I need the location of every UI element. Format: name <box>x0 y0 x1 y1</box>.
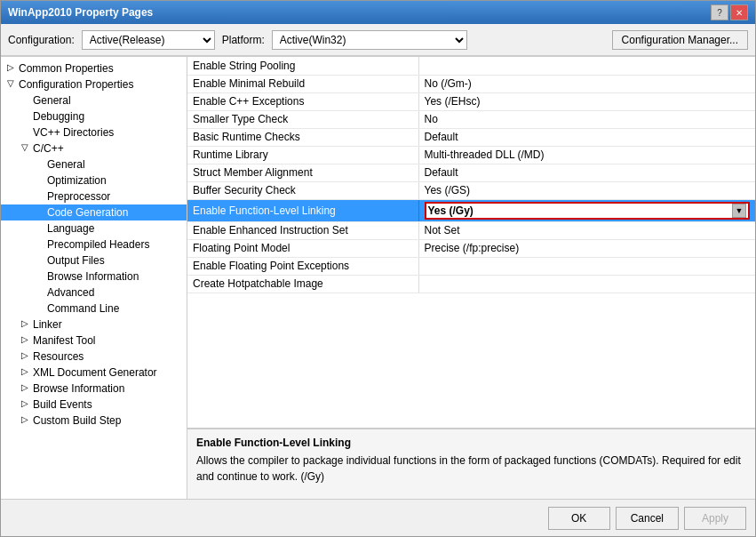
dropdown-value: Yes (/Gy) <box>428 204 473 217</box>
tree-item[interactable]: ▷Manifest Tool <box>1 333 187 349</box>
prop-name: Struct Member Alignment <box>187 164 418 181</box>
tree-item[interactable]: Output Files <box>1 252 187 268</box>
table-row[interactable]: Enable Floating Point Exceptions <box>187 257 755 275</box>
tree-expander-icon <box>33 302 45 315</box>
tree-expander-icon <box>33 254 45 267</box>
table-row[interactable]: Basic Runtime ChecksDefault <box>187 128 755 146</box>
apply-button[interactable]: Apply <box>684 507 746 530</box>
cancel-button[interactable]: Cancel <box>616 507 679 530</box>
tree-item-label: Optimization <box>47 174 107 187</box>
tree-expander-icon <box>33 158 45 171</box>
prop-value: Yes (/GS) <box>418 181 755 199</box>
main-content: ▷Common Properties▽Configuration Propert… <box>1 56 755 499</box>
tree-expander-icon: ▽ <box>19 142 31 155</box>
tree-expander-icon: ▷ <box>19 414 31 427</box>
tree-item-label: Browse Information <box>33 382 124 395</box>
close-button[interactable]: ✕ <box>730 4 748 20</box>
prop-value[interactable]: Yes (/Gy)▼ <box>418 199 755 221</box>
ok-button[interactable]: OK <box>548 507 610 530</box>
tree-item-label: Output Files <box>47 254 105 267</box>
prop-name: Create Hotpatchable Image <box>187 275 418 293</box>
help-button[interactable]: ? <box>711 4 728 20</box>
tree-item[interactable]: General <box>1 92 187 108</box>
tree-item[interactable]: ▷Resources <box>1 349 187 365</box>
tree-expander-icon: ▷ <box>19 318 31 331</box>
tree-expander-icon <box>33 222 45 235</box>
tree-item[interactable]: Advanced <box>1 285 187 301</box>
tree-item[interactable]: ▷Linker <box>1 317 187 333</box>
table-row[interactable]: Enable C++ ExceptionsYes (/EHsc) <box>187 92 755 110</box>
tree-item-label: General <box>47 158 85 171</box>
tree-panel: ▷Common Properties▽Configuration Propert… <box>1 57 187 499</box>
tree-expander-icon: ▷ <box>19 334 31 347</box>
prop-value: Yes (/EHsc) <box>418 92 755 110</box>
tree-item-label: Configuration Properties <box>19 78 133 91</box>
table-row[interactable]: Enable Minimal RebuildNo (/Gm-) <box>187 75 755 92</box>
table-row[interactable]: Smaller Type CheckNo <box>187 110 755 128</box>
table-row[interactable]: Enable Enhanced Instruction SetNot Set <box>187 221 755 239</box>
value-dropdown-wrapper[interactable]: Yes (/Gy)▼ <box>425 202 751 220</box>
tree-item[interactable]: ▷Build Events <box>1 397 187 413</box>
prop-name: Buffer Security Check <box>187 181 418 199</box>
tree-item[interactable]: Code Generation <box>1 204 187 220</box>
config-label: Configuration: <box>8 34 75 46</box>
tree-expander-icon: ▷ <box>19 398 31 411</box>
prop-value: Default <box>418 164 755 181</box>
tree-item[interactable]: VC++ Directories <box>1 124 187 140</box>
tree-item[interactable]: ▷XML Document Generator <box>1 365 187 381</box>
tree-expander-icon: ▷ <box>4 62 17 75</box>
prop-name: Enable Minimal Rebuild <box>187 75 418 92</box>
prop-name: Enable String Pooling <box>187 57 418 75</box>
tree-item[interactable]: Command Line <box>1 301 187 317</box>
tree-item[interactable]: Language <box>1 220 187 236</box>
prop-name: Enable C++ Exceptions <box>187 92 418 110</box>
prop-value: Not Set <box>418 221 755 239</box>
table-row[interactable]: Enable Function-Level LinkingYes (/Gy)▼ <box>187 199 755 221</box>
toolbar: Configuration: Active(Release) Platform:… <box>1 24 755 56</box>
tree-item-label: Build Events <box>33 398 92 411</box>
prop-value: Multi-threaded DLL (/MD) <box>418 146 755 164</box>
tree-item-label: Precompiled Headers <box>47 238 149 251</box>
tree-item-label: General <box>33 94 71 107</box>
tree-expander-icon <box>33 270 45 283</box>
tree-item[interactable]: Debugging <box>1 108 187 124</box>
tree-item[interactable]: Browse Information <box>1 268 187 285</box>
tree-item[interactable]: Precompiled Headers <box>1 236 187 252</box>
prop-name: Basic Runtime Checks <box>187 128 418 146</box>
prop-name: Enable Function-Level Linking <box>187 199 418 221</box>
tree-expander-icon: ▷ <box>19 382 31 395</box>
tree-item[interactable]: ▽Configuration Properties <box>1 76 187 92</box>
right-panel: Enable String PoolingEnable Minimal Rebu… <box>187 57 755 499</box>
table-row[interactable]: Buffer Security CheckYes (/GS) <box>187 181 755 199</box>
prop-value: No (/Gm-) <box>418 75 755 92</box>
table-row[interactable]: Create Hotpatchable Image <box>187 275 755 293</box>
tree-item-label: Advanced <box>47 286 94 299</box>
prop-value <box>418 57 755 75</box>
tree-item[interactable]: ▷Browse Information <box>1 381 187 397</box>
table-row[interactable]: Floating Point ModelPrecise (/fp:precise… <box>187 239 755 257</box>
table-row[interactable]: Struct Member AlignmentDefault <box>187 164 755 181</box>
table-row[interactable]: Runtime LibraryMulti-threaded DLL (/MD) <box>187 146 755 164</box>
tree-item[interactable]: General <box>1 156 187 172</box>
tree-expander-icon: ▷ <box>19 366 31 379</box>
prop-value: Precise (/fp:precise) <box>418 239 755 257</box>
tree-expander-icon: ▽ <box>4 78 17 91</box>
window-title: WinApp2010 Property Pages <box>8 6 153 19</box>
tree-item-label: VC++ Directories <box>33 126 114 139</box>
config-manager-button[interactable]: Configuration Manager... <box>612 30 748 50</box>
tree-item[interactable]: ▽C/C++ <box>1 140 187 156</box>
prop-name: Enable Enhanced Instruction Set <box>187 221 418 239</box>
config-select[interactable]: Active(Release) <box>82 30 215 50</box>
tree-item[interactable]: Optimization <box>1 172 187 188</box>
tree-item[interactable]: ▷Custom Build Step <box>1 413 187 429</box>
table-row[interactable]: Enable String Pooling <box>187 57 755 75</box>
description-text: Allows the compiler to package individua… <box>196 453 746 485</box>
tree-expander-icon <box>33 286 45 299</box>
dropdown-arrow-icon[interactable]: ▼ <box>732 204 746 218</box>
prop-name: Smaller Type Check <box>187 110 418 128</box>
tree-item[interactable]: Preprocessor <box>1 188 187 204</box>
tree-item-label: Preprocessor <box>47 190 110 203</box>
tree-item[interactable]: ▷Common Properties <box>1 60 187 76</box>
platform-select[interactable]: Active(Win32) <box>272 30 467 50</box>
prop-value: Default <box>418 128 755 146</box>
